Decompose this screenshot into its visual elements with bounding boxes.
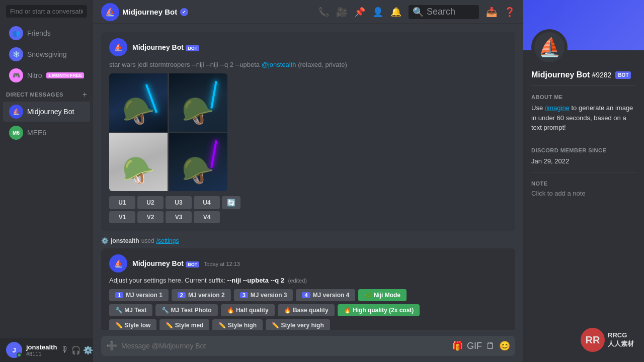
inbox-icon[interactable]: 📥 — [486, 7, 497, 18]
v3-button[interactable]: V3 — [166, 211, 192, 223]
add-member-icon[interactable]: 👤 — [372, 7, 383, 18]
profile-avatar: ⛵ — [531, 29, 568, 65]
imagine-link[interactable]: /imagine — [545, 104, 570, 112]
sidebar-item-midjourney-bot[interactable]: ⛵ Midjourney Bot — [3, 102, 90, 122]
profile-bot-number: #9282 — [592, 71, 611, 79]
v3-num: 3 — [240, 292, 248, 298]
help-icon[interactable]: ❓ — [504, 7, 515, 18]
main-content: ⛵ Midjourney Bot ✓ 📞 🎥 📌 👤 🔔 🔍 Search 📥 … — [93, 0, 523, 362]
call-icon[interactable]: 📞 — [318, 7, 329, 18]
online-status — [17, 352, 22, 357]
settings-buttons-grid: 1 MJ version 1 2 MJ version 2 3 MJ versi… — [109, 289, 507, 330]
message-input[interactable] — [121, 336, 448, 356]
v4-button[interactable]: V4 — [194, 211, 220, 223]
messages-area: ⛵ Midjourney Bot BOT star wars jedi stor… — [93, 24, 523, 330]
style-high-button[interactable]: ✏️ Style high — [212, 319, 263, 330]
upscale-buttons: U1 U2 U3 U4 🔄 — [109, 196, 507, 209]
reload-button[interactable]: 🔄 — [222, 196, 240, 209]
u1-button[interactable]: U1 — [109, 196, 135, 209]
search-icon: 🔍 — [413, 7, 424, 18]
user-tag: #8111 — [26, 351, 57, 357]
style-low-button[interactable]: ✏️ Style low — [109, 319, 156, 330]
sidebar-item-mee6[interactable]: M6 MEE6 — [3, 123, 90, 143]
profile-bot-badge: BOT — [615, 71, 631, 79]
gift-icon[interactable]: 🎁 — [452, 340, 463, 351]
v2-button[interactable]: V2 — [137, 211, 164, 223]
midjourney-bot-avatar: ⛵ — [9, 105, 23, 119]
search-input[interactable] — [6, 5, 87, 18]
image-message-block: ⛵ Midjourney Bot BOT star wars jedi stor… — [101, 32, 515, 231]
variation-buttons: V1 V2 V3 V4 — [109, 211, 507, 223]
profile-name-row: Midjourney Bot #9282 BOT — [531, 70, 636, 79]
profile-avatar-icon: ⛵ — [538, 37, 561, 58]
bot-badge: BOT — [186, 45, 199, 51]
base-quality-button[interactable]: 🔥 Base quality — [278, 304, 335, 316]
right-panel: ⛵ Midjourney Bot #9282 BOT ABOUT ME Use … — [523, 0, 644, 362]
settings-block: ⛵ Midjourney Bot BOT Today at 12:13 Adju… — [101, 248, 515, 330]
search-area[interactable] — [0, 0, 93, 23]
edited-label: (edited) — [288, 278, 307, 284]
sidebar: 👥 Friends ❄️ Snowsgiving 🎮 Nitro 1 MONTH… — [0, 0, 93, 362]
note-input[interactable]: Click to add a note — [531, 190, 636, 197]
niji-mode-button[interactable]: 🌿 Niji Mode — [358, 289, 407, 301]
mj-v2-button[interactable]: 2 MJ version 2 — [172, 289, 231, 301]
channel-name: ⛵ Midjourney Bot ✓ — [101, 3, 188, 21]
style-buttons-row: ✏️ Style low ✏️ Style med ✏️ Style high … — [109, 319, 507, 330]
nitro-icon: 🎮 — [9, 68, 23, 82]
v1-button[interactable]: V1 — [109, 211, 135, 223]
style-med-button[interactable]: ✏️ Style med — [159, 319, 209, 330]
image-grid: 🪖 🪖 🪖 🪖 — [109, 73, 227, 191]
profile-header: ⛵ — [523, 0, 644, 50]
mj-v3-button[interactable]: 3 MJ version 3 — [234, 289, 293, 301]
user-controls[interactable]: 🎙 🎧 ⚙️ — [61, 345, 93, 355]
u4-button[interactable]: U4 — [194, 196, 220, 209]
mj-test-photo-button[interactable]: 🔧 MJ Test Photo — [155, 304, 217, 316]
style-very-high-button[interactable]: ✏️ Style very high — [266, 319, 330, 330]
video-icon[interactable]: 🎥 — [336, 7, 347, 18]
note-label: NOTE — [531, 180, 636, 187]
mj-test-button[interactable]: 🔧 MJ Test — [109, 304, 152, 316]
settings-command-icon: ⚙️ — [101, 237, 109, 244]
emoji-icon[interactable]: 😊 — [499, 340, 510, 351]
message-input-box: ➕ 🎁 GIF 🗒 😊 — [101, 336, 515, 356]
mj-v4-button[interactable]: 4 MJ version 4 — [296, 289, 355, 301]
sidebar-item-nitro[interactable]: 🎮 Nitro 1 MONTH FREE — [3, 65, 90, 85]
half-quality-button[interactable]: 🔥 Half quality — [221, 304, 275, 316]
sidebar-item-snowsgiving[interactable]: ❄️ Snowsgiving — [3, 44, 90, 64]
mj-v1-button[interactable]: 1 MJ version 1 — [109, 289, 169, 301]
settings-user: jonstealth — [111, 237, 139, 244]
about-text: Use /imagine to generate an image in und… — [531, 103, 636, 133]
deafen-icon[interactable]: 🎧 — [71, 345, 81, 355]
header-search[interactable]: 🔍 Search — [409, 5, 479, 19]
settings-command-link[interactable]: /settings — [156, 237, 179, 244]
notification-icon[interactable]: 🔔 — [390, 7, 401, 18]
profile-bot-name: Midjourney Bot — [531, 70, 590, 79]
search-label: Search — [427, 7, 455, 17]
mee6-avatar: M6 — [9, 126, 23, 140]
mute-icon[interactable]: 🎙 — [61, 345, 69, 355]
settings-bot-badge: BOT — [186, 261, 199, 267]
sticker-icon[interactable]: 🗒 — [486, 341, 495, 351]
high-quality-button[interactable]: 🔥 High quality (2x cost) — [338, 304, 420, 316]
gif-icon[interactable]: GIF — [467, 341, 482, 351]
member-since-label: DISCORD MEMBER SINCE — [531, 147, 636, 153]
settings-description: Adjust your settings here. Current suffi… — [109, 277, 507, 284]
user-panel: J jonstealth #8111 🎙 🎧 ⚙️ — [0, 338, 93, 362]
settings-timestamp: Today at 12:13 — [204, 261, 240, 267]
u2-button[interactable]: U2 — [137, 196, 164, 209]
settings-author: Midjourney Bot — [132, 259, 184, 267]
dm-add-button[interactable]: + — [83, 90, 87, 99]
watermark-text: RRCG 人人素材 — [608, 331, 634, 348]
settings-meta-row: ⚙️ jonstealth used /settings — [101, 237, 515, 244]
sidebar-item-friends[interactable]: 👥 Friends — [3, 23, 90, 43]
add-attachment-icon[interactable]: ➕ — [106, 340, 117, 351]
friends-icon: 👥 — [9, 26, 23, 40]
profile-body: Midjourney Bot #9282 BOT ABOUT ME Use /i… — [523, 50, 644, 205]
message-author: Midjourney Bot — [132, 43, 184, 51]
settings-icon[interactable]: ⚙️ — [83, 345, 93, 355]
dm-label: DIRECT MESSAGES — [6, 92, 63, 98]
image-cell-1: 🪖 — [109, 73, 168, 132]
pin-icon[interactable]: 📌 — [354, 7, 365, 18]
u3-button[interactable]: U3 — [166, 196, 192, 209]
profile-divider-1 — [531, 85, 636, 86]
